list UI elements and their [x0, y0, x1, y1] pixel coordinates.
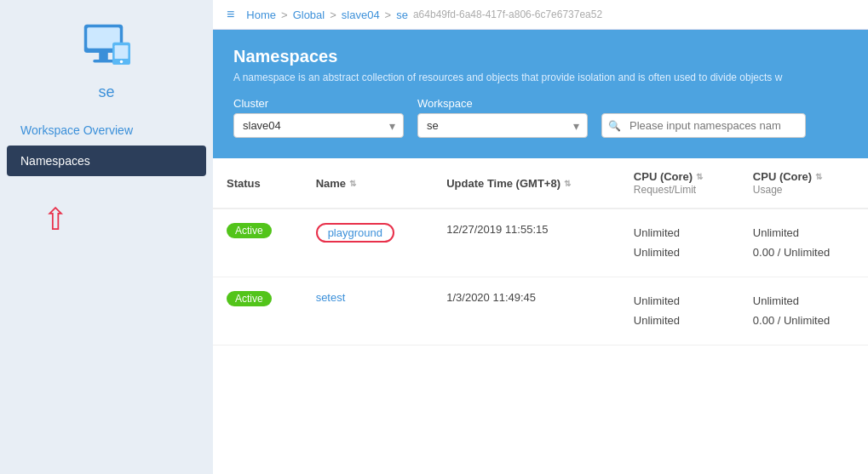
row2-cpu-usage: Unlimited 0.00 / Unlimited [739, 277, 868, 345]
breadcrumb-uuid: a64b49fd-6a48-417f-a806-6c7e6737ea52 [413, 9, 602, 20]
table-row: Active playground 12/27/2019 11:55:15 Un… [213, 208, 868, 277]
main-content: ≡ Home > Global > slave04 > se a64b49fd-… [213, 0, 868, 474]
menu-icon[interactable]: ≡ [227, 7, 234, 22]
workspace-select-wrapper: se [417, 113, 588, 138]
namespace-link-playground[interactable]: playground [316, 223, 394, 243]
cpu-request-sort-icon[interactable]: ⇅ [696, 172, 703, 181]
th-update-time: Update Time (GMT+8) ⇅ [433, 158, 620, 208]
sidebar-nav: Workspace Overview Namespaces [0, 115, 213, 176]
cluster-filter: Cluster slave04 [233, 97, 404, 138]
cluster-select[interactable]: slave04 [233, 113, 404, 138]
namespace-search-input[interactable] [601, 113, 806, 138]
th-status: Status [213, 158, 302, 208]
row2-update-time: 1/3/2020 11:49:45 [433, 277, 620, 345]
sidebar-item-namespaces[interactable]: Namespaces [7, 146, 206, 176]
update-time-sort-icon[interactable]: ⇅ [564, 179, 571, 188]
status-badge: Active [227, 223, 272, 238]
svg-rect-5 [115, 45, 129, 59]
breadcrumb-se[interactable]: se [396, 9, 408, 21]
table-area: Status Name ⇅ Update Time (GMT+8) ⇅ [213, 158, 868, 474]
name-sort-icon[interactable]: ⇅ [349, 179, 356, 188]
row2-cpu-request: Unlimited Unlimited [620, 277, 739, 345]
cluster-label: Cluster [233, 97, 404, 110]
namespaces-desc: A namespace is an abstract collection of… [233, 71, 830, 83]
breadcrumb-global[interactable]: Global [293, 9, 325, 21]
th-cpu-usage: CPU (Core) ⇅ Usage [739, 158, 868, 208]
workspace-label: Workspace [417, 97, 588, 110]
table-header-row: Status Name ⇅ Update Time (GMT+8) ⇅ [213, 158, 868, 208]
th-name: Name ⇅ [302, 158, 434, 208]
breadcrumb-slave04[interactable]: slave04 [342, 9, 380, 21]
row1-update-time: 12/27/2019 11:55:15 [433, 208, 620, 277]
svg-point-6 [120, 60, 124, 64]
namespaces-table: Status Name ⇅ Update Time (GMT+8) ⇅ [213, 158, 868, 346]
row1-status: Active [213, 208, 302, 277]
topbar: ≡ Home > Global > slave04 > se a64b49fd-… [213, 0, 868, 30]
namespaces-panel: Namespaces A namespace is an abstract co… [213, 30, 868, 158]
svg-rect-2 [99, 53, 108, 60]
row2-name: setest [302, 277, 434, 345]
svg-rect-3 [93, 60, 114, 63]
sidebar-item-workspace-overview[interactable]: Workspace Overview [7, 115, 206, 146]
table-row: Active setest 1/3/2020 11:49:45 Unlimite… [213, 277, 868, 345]
row1-name: playground [302, 208, 434, 277]
workspace-name: se [98, 83, 114, 101]
cpu-usage-sort-icon[interactable]: ⇅ [815, 172, 822, 181]
namespace-link-setest[interactable]: setest [316, 291, 346, 304]
row1-cpu-usage: Unlimited 0.00 / Unlimited [739, 208, 868, 277]
status-badge: Active [227, 291, 272, 306]
app-logo [77, 17, 136, 77]
row2-status: Active [213, 277, 302, 345]
th-cpu-request: CPU (Core) ⇅ Request/Limit [620, 158, 739, 208]
workspace-select[interactable]: se [417, 113, 588, 138]
row1-cpu-request: Unlimited Unlimited [620, 208, 739, 277]
search-wrapper [601, 113, 806, 138]
sidebar: se Workspace Overview Namespaces ⇧ [0, 0, 213, 474]
breadcrumb-home[interactable]: Home [246, 9, 276, 21]
workspace-filter: Workspace se [417, 97, 588, 138]
namespaces-title: Namespaces [233, 47, 848, 66]
arrow-indicator: ⇧ [43, 204, 68, 235]
filters-row: Cluster slave04 Workspace se [233, 97, 848, 138]
cluster-select-wrapper: slave04 [233, 113, 404, 138]
